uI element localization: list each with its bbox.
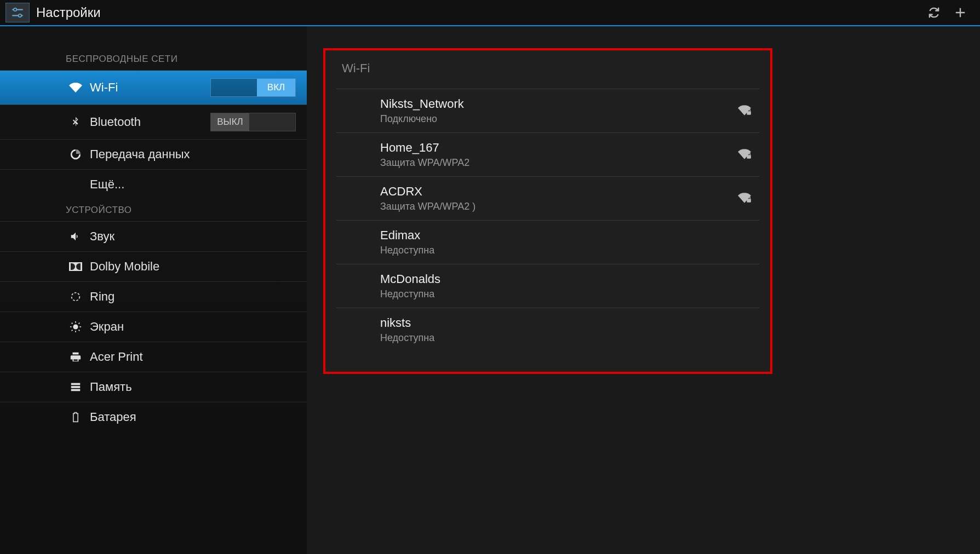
settings-app-icon: [5, 3, 30, 22]
sidebar-item-ring[interactable]: Ring: [0, 281, 307, 311]
highlighted-region: Wi-Fi Niksts_Network Подключено Home_167…: [323, 48, 772, 374]
sidebar-item-wifi[interactable]: Wi-Fi ВКЛ: [0, 70, 307, 105]
sidebar-item-battery[interactable]: Батарея: [0, 402, 307, 432]
add-button[interactable]: [947, 0, 973, 26]
wifi-network-item[interactable]: Edimax Недоступна: [336, 220, 759, 264]
wifi-status: Защита WPA/WPA2 ): [380, 201, 726, 212]
data-usage-icon: [68, 147, 83, 162]
sidebar-item-label: Acer Print: [90, 350, 143, 364]
action-bar: Настройки: [0, 0, 980, 26]
svg-line-13: [72, 330, 73, 331]
sidebar-item-more[interactable]: Ещё...: [0, 169, 307, 199]
wifi-signal-icon: [737, 191, 754, 207]
brightness-icon: [68, 319, 83, 334]
toggle-thumb: ВКЛ: [257, 79, 295, 96]
svg-rect-17: [71, 389, 81, 391]
bluetooth-toggle[interactable]: ВЫКЛ: [210, 113, 296, 131]
sidebar-item-dolby[interactable]: Dolby Mobile: [0, 251, 307, 281]
svg-rect-19: [747, 155, 751, 159]
sidebar-item-bluetooth[interactable]: Bluetooth ВЫКЛ: [0, 105, 307, 139]
battery-icon: [68, 409, 83, 425]
wifi-item-text: niksts Недоступна: [380, 316, 726, 344]
wifi-signal-icon: [737, 103, 754, 119]
refresh-button[interactable]: [921, 0, 947, 26]
app-title: Настройки: [36, 5, 921, 20]
detail-title: Wi-Fi: [336, 61, 759, 89]
sliders-icon: [10, 5, 25, 20]
wifi-ssid: Home_167: [380, 141, 726, 155]
svg-point-1: [14, 8, 16, 11]
sidebar-item-label: Wi-Fi: [90, 80, 118, 95]
svg-point-3: [19, 14, 21, 17]
section-header-wireless: БЕСПРОВОДНЫЕ СЕТИ: [0, 48, 307, 70]
svg-rect-16: [71, 386, 81, 388]
ring-icon: [68, 289, 83, 304]
svg-line-14: [79, 323, 80, 324]
svg-line-11: [72, 323, 73, 324]
blank-icon: [68, 177, 83, 192]
content: БЕСПРОВОДНЫЕ СЕТИ Wi-Fi ВКЛ Bluetooth ВЫ…: [0, 26, 980, 554]
wifi-ssid: Niksts_Network: [380, 97, 726, 111]
svg-rect-15: [71, 383, 81, 385]
wifi-list: Niksts_Network Подключено Home_167 Защит…: [336, 89, 759, 351]
wifi-ssid: McDonalds: [380, 272, 726, 286]
sidebar-item-label: Ещё...: [90, 177, 124, 192]
sidebar: БЕСПРОВОДНЫЕ СЕТИ Wi-Fi ВКЛ Bluetooth ВЫ…: [0, 26, 307, 554]
section-header-device: УСТРОЙСТВО: [0, 199, 307, 221]
sidebar-item-label: Экран: [90, 320, 124, 334]
wifi-item-text: McDonalds Недоступна: [380, 272, 726, 300]
toggle-thumb: ВЫКЛ: [211, 113, 249, 131]
sidebar-item-display[interactable]: Экран: [0, 311, 307, 342]
wifi-network-item[interactable]: ACDRX Защита WPA/WPA2 ): [336, 176, 759, 220]
svg-line-12: [79, 330, 80, 331]
printer-icon: [68, 349, 83, 365]
wifi-item-text: Edimax Недоступна: [380, 228, 726, 256]
svg-point-5: [72, 293, 80, 301]
detail-panel: Wi-Fi Niksts_Network Подключено Home_167…: [307, 26, 980, 554]
bluetooth-icon: [68, 114, 83, 130]
svg-rect-20: [747, 199, 751, 203]
wifi-ssid: Edimax: [380, 228, 726, 243]
wifi-network-item[interactable]: McDonalds Недоступна: [336, 264, 759, 308]
wifi-item-text: ACDRX Защита WPA/WPA2 ): [380, 184, 726, 212]
sidebar-item-label: Батарея: [90, 410, 136, 424]
wifi-network-item[interactable]: Niksts_Network Подключено: [336, 89, 759, 132]
wifi-status: Недоступна: [380, 245, 726, 256]
wifi-signal-icon: [737, 147, 754, 163]
wifi-icon: [68, 80, 83, 95]
dolby-icon: [68, 259, 83, 274]
sidebar-item-label: Ring: [90, 290, 114, 304]
wifi-status: Недоступна: [380, 288, 726, 300]
refresh-icon: [926, 5, 942, 20]
wifi-toggle[interactable]: ВКЛ: [210, 78, 296, 97]
sidebar-item-label: Звук: [90, 229, 114, 244]
sidebar-item-label: Dolby Mobile: [90, 259, 159, 274]
wifi-status: Недоступна: [380, 332, 726, 344]
sidebar-item-storage[interactable]: Память: [0, 372, 307, 402]
wifi-item-text: Home_167 Защита WPA/WPA2: [380, 141, 726, 169]
wifi-ssid: niksts: [380, 316, 726, 330]
svg-point-6: [73, 324, 78, 329]
sidebar-item-print[interactable]: Acer Print: [0, 342, 307, 372]
sidebar-item-sound[interactable]: Звук: [0, 221, 307, 251]
plus-icon: [953, 5, 968, 20]
sidebar-item-data-usage[interactable]: Передача данных: [0, 139, 307, 169]
svg-rect-18: [747, 111, 751, 115]
wifi-network-item[interactable]: niksts Недоступна: [336, 308, 759, 351]
wifi-status: Защита WPA/WPA2: [380, 157, 726, 169]
sidebar-item-label: Bluetooth: [90, 115, 141, 129]
sound-icon: [68, 229, 83, 244]
wifi-network-item[interactable]: Home_167 Защита WPA/WPA2: [336, 132, 759, 176]
wifi-ssid: ACDRX: [380, 184, 726, 199]
sidebar-item-label: Передача данных: [90, 147, 190, 161]
sidebar-item-label: Память: [90, 380, 132, 394]
storage-icon: [68, 379, 83, 395]
wifi-item-text: Niksts_Network Подключено: [380, 97, 726, 125]
wifi-status: Подключено: [380, 113, 726, 125]
